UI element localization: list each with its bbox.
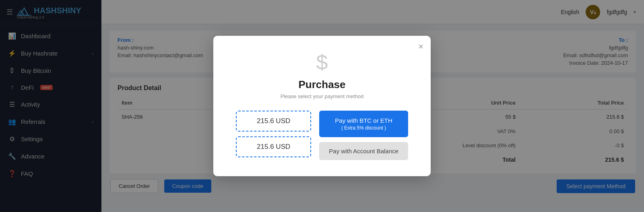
amount-top: 215.6 USD [236, 111, 311, 132]
amount-bottom: 215.6 USD [236, 136, 311, 157]
dollar-icon: $ [229, 50, 415, 74]
btn-btc-line1: Pay with BTC or ETH [329, 116, 398, 125]
modal-buttons: Pay with BTC or ETH ( Extra 5% discount … [319, 111, 408, 160]
modal-overlay: × $ Purchase Please select your payment … [0, 0, 644, 212]
purchase-modal: × $ Purchase Please select your payment … [213, 36, 431, 176]
modal-subtitle: Please select your payment method [229, 93, 415, 99]
pay-btc-eth-button[interactable]: Pay with BTC or ETH ( Extra 5% discount … [319, 111, 408, 137]
payment-options: 215.6 USD 215.6 USD Pay with BTC or ETH … [229, 111, 415, 160]
modal-close-button[interactable]: × [418, 41, 423, 52]
pay-account-balance-button[interactable]: Pay with Account Balance [319, 142, 408, 160]
btn-btc-discount: ( Extra 5% discount ) [329, 125, 398, 132]
modal-title: Purchase [229, 78, 415, 91]
modal-amounts: 215.6 USD 215.6 USD [236, 111, 311, 160]
